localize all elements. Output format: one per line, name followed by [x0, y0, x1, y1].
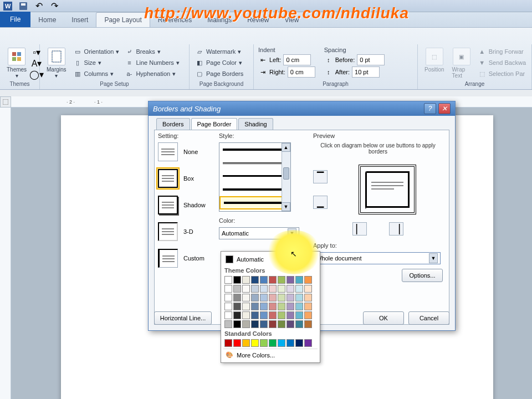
color-swatch[interactable]: [269, 276, 277, 284]
dialog-close-button[interactable]: ✕: [438, 103, 451, 114]
indent-right-input[interactable]: [288, 66, 315, 78]
breaks-button[interactable]: ⤶Breaks ▾: [124, 47, 180, 57]
color-swatch[interactable]: [295, 339, 303, 347]
hyphenation-button[interactable]: a-Hyphenation ▾: [124, 69, 180, 79]
color-swatch[interactable]: [251, 339, 259, 347]
color-swatch[interactable]: [242, 303, 250, 310]
color-swatch[interactable]: [260, 311, 268, 319]
color-swatch[interactable]: [287, 303, 294, 310]
chevron-down-icon[interactable]: ▼: [429, 253, 438, 263]
tab-insert[interactable]: Insert: [64, 13, 96, 27]
send-backward-button[interactable]: ▼Send Backwa: [477, 58, 527, 68]
color-swatch[interactable]: [269, 285, 277, 293]
color-swatch[interactable]: [233, 311, 241, 319]
color-swatch[interactable]: [278, 320, 285, 328]
wrap-text-button[interactable]: ▣Wrap Text: [450, 47, 473, 80]
color-swatch[interactable]: [233, 339, 241, 347]
color-swatch[interactable]: [269, 311, 277, 319]
style-scroll-up[interactable]: ▲: [282, 143, 290, 152]
position-button[interactable]: ⬚Position: [422, 47, 447, 74]
ok-button[interactable]: OK: [363, 311, 404, 325]
color-swatch[interactable]: [233, 320, 241, 328]
color-swatch[interactable]: [304, 276, 312, 284]
tab-home[interactable]: Home: [30, 13, 64, 27]
color-swatch[interactable]: [269, 339, 277, 347]
style-listbox[interactable]: ▲ ▼: [219, 142, 291, 212]
color-swatch[interactable]: [233, 303, 241, 310]
color-swatch[interactable]: [295, 276, 303, 284]
color-swatch[interactable]: [260, 285, 268, 293]
color-swatch[interactable]: [224, 294, 232, 301]
redo-icon[interactable]: ↷: [49, 1, 60, 11]
color-swatch[interactable]: [278, 276, 285, 284]
color-swatch[interactable]: [304, 320, 312, 328]
tab-page-border[interactable]: Page Border: [191, 118, 238, 130]
color-swatch[interactable]: [295, 285, 303, 293]
color-swatch[interactable]: [278, 311, 285, 319]
color-swatch[interactable]: [260, 294, 268, 301]
cancel-button[interactable]: Cancel: [408, 311, 449, 325]
color-swatch[interactable]: [224, 276, 232, 284]
color-swatch[interactable]: [251, 311, 259, 319]
color-swatch[interactable]: [251, 276, 259, 284]
color-swatch[interactable]: [304, 285, 312, 293]
preview-top-button[interactable]: ▔: [313, 170, 328, 183]
color-swatch[interactable]: [224, 311, 232, 319]
color-swatch[interactable]: [295, 311, 303, 319]
color-swatch[interactable]: [304, 303, 312, 310]
save-icon[interactable]: [18, 1, 29, 11]
size-button[interactable]: ▯Size ▾: [72, 58, 121, 68]
color-swatch[interactable]: [224, 303, 232, 310]
tab-file[interactable]: File: [0, 12, 30, 27]
color-swatch[interactable]: [269, 294, 277, 301]
watermark-button[interactable]: ▱Watermark ▾: [194, 47, 244, 57]
color-swatch[interactable]: [295, 294, 303, 301]
color-swatch[interactable]: [251, 303, 259, 310]
setting-3d[interactable]: 3-D: [158, 222, 213, 241]
style-scroll-thumb[interactable]: [283, 167, 289, 180]
color-swatch[interactable]: [224, 320, 232, 328]
preview-left-button[interactable]: ▏: [352, 222, 367, 236]
color-swatch[interactable]: [260, 303, 268, 310]
color-swatch[interactable]: [295, 320, 303, 328]
page-color-button[interactable]: ◧Page Color ▾: [194, 58, 244, 68]
color-swatch[interactable]: [295, 303, 303, 310]
tab-borders[interactable]: Borders: [156, 118, 190, 130]
color-swatch[interactable]: [233, 294, 241, 301]
apply-to-combobox[interactable]: Whole document▼: [313, 252, 441, 264]
preview-diagram[interactable]: [359, 165, 416, 214]
page-borders-button[interactable]: ▢Page Borders: [194, 69, 244, 79]
color-swatch[interactable]: [260, 276, 268, 284]
preview-bottom-button[interactable]: ▁: [313, 196, 328, 209]
undo-icon[interactable]: ↶: [33, 1, 44, 11]
dialog-help-button[interactable]: ?: [424, 103, 436, 114]
indent-left-input[interactable]: [283, 54, 311, 65]
setting-shadow[interactable]: Shadow: [158, 196, 213, 214]
margins-button[interactable]: Margins▾: [44, 47, 69, 80]
color-swatch[interactable]: [242, 339, 250, 347]
color-swatch[interactable]: [224, 285, 232, 293]
color-swatch[interactable]: [287, 311, 294, 319]
selection-pane-button[interactable]: ⬚Selection Par: [477, 69, 527, 79]
setting-custom[interactable]: Custom: [158, 249, 213, 268]
horizontal-line-button[interactable]: Horizontal Line...: [154, 311, 212, 325]
color-swatch[interactable]: [287, 320, 294, 328]
tab-shading[interactable]: Shading: [238, 118, 273, 130]
line-numbers-button[interactable]: ≡Line Numbers ▾: [124, 58, 180, 68]
bring-forward-button[interactable]: ▲Bring Forwar: [477, 47, 527, 57]
color-swatch[interactable]: [242, 311, 250, 319]
spacing-after-input[interactable]: [352, 66, 380, 78]
color-swatch[interactable]: [251, 285, 259, 293]
color-swatch[interactable]: [269, 320, 277, 328]
color-swatch[interactable]: [287, 285, 294, 293]
color-swatch[interactable]: [260, 320, 268, 328]
options-button[interactable]: Options...: [402, 269, 443, 282]
setting-none[interactable]: None: [158, 142, 213, 161]
color-swatch[interactable]: [278, 303, 285, 310]
color-swatch[interactable]: [251, 294, 259, 301]
color-swatch[interactable]: [260, 339, 268, 347]
color-swatch[interactable]: [242, 320, 250, 328]
color-swatch[interactable]: [287, 276, 294, 284]
color-swatch[interactable]: [304, 339, 312, 347]
color-swatch[interactable]: [233, 285, 241, 293]
